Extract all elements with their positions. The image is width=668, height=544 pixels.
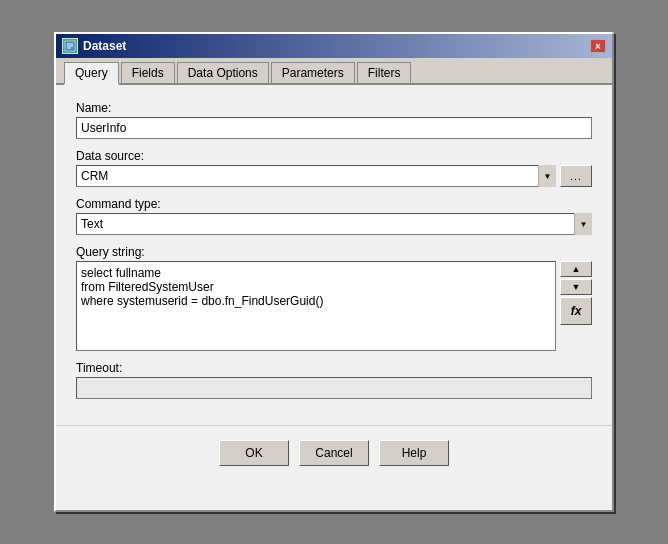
datasource-row: CRM ▼ ...: [76, 165, 592, 187]
commandtype-select-wrapper: Text ▼: [76, 213, 592, 235]
datasource-label: Data source:: [76, 149, 592, 163]
tab-data-options[interactable]: Data Options: [177, 62, 269, 83]
tab-bar: Query Fields Data Options Parameters Fil…: [56, 58, 612, 85]
dataset-dialog: Dataset × Query Fields Data Options Para…: [54, 32, 614, 512]
ok-button[interactable]: OK: [219, 440, 289, 466]
help-button[interactable]: Help: [379, 440, 449, 466]
button-bar: OK Cancel Help: [56, 425, 612, 480]
tab-filters[interactable]: Filters: [357, 62, 412, 83]
dialog-icon: [62, 38, 78, 54]
name-group: Name:: [76, 101, 592, 139]
timeout-label: Timeout:: [76, 361, 592, 375]
dialog-title: Dataset: [83, 39, 126, 53]
querystring-row: select fullname from FilteredSystemUser …: [76, 261, 592, 351]
scroll-down-button[interactable]: ▼: [560, 279, 592, 295]
query-textarea[interactable]: select fullname from FilteredSystemUser …: [76, 261, 556, 351]
querystring-group: Query string: select fullname from Filte…: [76, 245, 592, 351]
tab-fields[interactable]: Fields: [121, 62, 175, 83]
datasource-select[interactable]: CRM: [76, 165, 556, 187]
commandtype-label: Command type:: [76, 197, 592, 211]
commandtype-select[interactable]: Text: [76, 213, 592, 235]
tab-query[interactable]: Query: [64, 62, 119, 85]
cancel-button[interactable]: Cancel: [299, 440, 369, 466]
title-bar: Dataset ×: [56, 34, 612, 58]
commandtype-group: Command type: Text ▼: [76, 197, 592, 235]
name-label: Name:: [76, 101, 592, 115]
title-bar-left: Dataset: [62, 38, 126, 54]
querystring-label: Query string:: [76, 245, 592, 259]
datasource-ellipsis-button[interactable]: ...: [560, 165, 592, 187]
timeout-input[interactable]: [76, 377, 592, 399]
fx-button[interactable]: fx: [560, 297, 592, 325]
datasource-select-wrapper: CRM ▼: [76, 165, 556, 187]
close-button[interactable]: ×: [590, 39, 606, 53]
textarea-side-controls: ▲ ▼ fx: [560, 261, 592, 351]
tab-parameters[interactable]: Parameters: [271, 62, 355, 83]
datasource-group: Data source: CRM ▼ ...: [76, 149, 592, 187]
scroll-up-button[interactable]: ▲: [560, 261, 592, 277]
timeout-group: Timeout:: [76, 361, 592, 399]
tab-content: Name: Data source: CRM ▼ ... Command typ…: [56, 85, 612, 425]
name-input[interactable]: [76, 117, 592, 139]
